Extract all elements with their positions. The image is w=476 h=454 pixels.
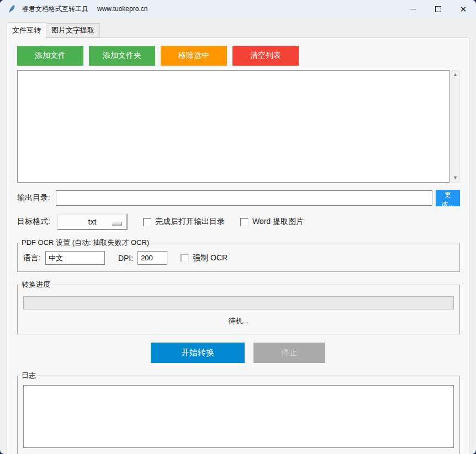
force-ocr-label: 强制 OCR xyxy=(193,253,228,263)
change-dir-button[interactable]: 更改... xyxy=(436,190,460,206)
checkbox-icon xyxy=(143,218,151,226)
file-list-scrollbar[interactable]: ▲ ▼ xyxy=(451,70,460,183)
minimize-button[interactable] xyxy=(400,0,425,18)
word-images-label: Word 提取图片 xyxy=(252,217,304,227)
format-dropdown[interactable]: txt xyxy=(57,213,128,230)
progress-bar xyxy=(23,296,454,309)
maximize-button[interactable] xyxy=(425,0,451,18)
log-legend: 日志 xyxy=(20,371,38,381)
ocr-settings-legend: PDF OCR 设置 (自动: 抽取失败才 OCR) xyxy=(20,238,151,248)
ocr-settings-row: 语言: DPI: 强制 OCR xyxy=(18,248,459,271)
add-folder-button[interactable]: 添加文件夹 xyxy=(89,46,155,66)
file-list-container: ▲ ▼ xyxy=(17,70,460,183)
progress-status-text: 待机... xyxy=(18,316,459,326)
window-title: 睿君文档格式互转工具 xyxy=(22,4,88,14)
scroll-down-icon[interactable]: ▼ xyxy=(453,175,458,180)
maximize-icon xyxy=(435,6,441,12)
open-after-checkbox[interactable]: 完成后打开输出目录 xyxy=(143,217,225,227)
file-listbox[interactable] xyxy=(17,70,449,183)
ocr-settings-group: PDF OCR 设置 (自动: 抽取失败才 OCR) 语言: DPI: 强制 O… xyxy=(17,238,460,272)
start-convert-button[interactable]: 开始转换 xyxy=(151,343,245,363)
close-button[interactable]: ✕ xyxy=(451,0,476,18)
close-icon: ✕ xyxy=(460,5,467,13)
open-after-label: 完成后打开输出目录 xyxy=(155,217,225,227)
ocr-language-input[interactable] xyxy=(45,251,105,265)
tab-pane-file-convert: 添加文件 添加文件夹 移除选中 清空列表 ▲ ▼ 输出目录: 更改... 目标格… xyxy=(7,38,469,454)
tab-file-convert[interactable]: 文件互转 xyxy=(7,22,46,38)
progress-group: 转换进度 待机... xyxy=(17,280,460,334)
minimize-icon xyxy=(410,9,416,9)
tab-strip: 文件互转 图片文字提取 xyxy=(0,18,476,38)
checkbox-icon xyxy=(181,254,189,262)
ocr-dpi-label: DPI: xyxy=(118,254,133,263)
checkbox-icon xyxy=(240,218,248,226)
app-window: 睿君文档格式互转工具 www.tuokepro.cn ✕ 文件互转 图片文字提取… xyxy=(0,0,476,454)
format-selected-value: txt xyxy=(88,217,97,226)
add-files-button[interactable]: 添加文件 xyxy=(17,46,83,66)
word-images-checkbox[interactable]: Word 提取图片 xyxy=(240,217,304,227)
scroll-up-icon[interactable]: ▲ xyxy=(453,72,458,77)
ocr-language-label: 语言: xyxy=(23,253,41,263)
title-bar: 睿君文档格式互转工具 www.tuokepro.cn ✕ xyxy=(0,0,476,18)
output-dir-row: 输出目录: 更改... xyxy=(17,190,460,206)
output-dir-label: 输出目录: xyxy=(17,193,50,203)
app-feather-icon xyxy=(8,4,17,13)
action-buttons-row: 开始转换 停止 xyxy=(7,343,469,363)
log-group: 日志 xyxy=(17,371,460,454)
log-textarea[interactable] xyxy=(23,385,454,448)
tab-image-ocr[interactable]: 图片文字提取 xyxy=(46,23,100,38)
tab-label: 文件互转 xyxy=(12,25,41,35)
file-toolbar: 添加文件 添加文件夹 移除选中 清空列表 xyxy=(17,46,460,66)
clear-list-button[interactable]: 清空列表 xyxy=(232,46,299,66)
format-row: 目标格式: txt 完成后打开输出目录 Word 提取图片 xyxy=(17,213,460,230)
stop-button: 停止 xyxy=(253,343,325,363)
progress-legend: 转换进度 xyxy=(20,280,52,290)
ocr-dpi-input[interactable] xyxy=(137,251,167,265)
output-dir-input[interactable] xyxy=(56,190,432,206)
dropdown-indicator-icon xyxy=(112,222,121,225)
window-subtitle: www.tuokepro.cn xyxy=(97,5,147,13)
tab-label: 图片文字提取 xyxy=(51,25,94,35)
window-controls: ✕ xyxy=(400,0,476,18)
format-label: 目标格式: xyxy=(17,217,50,227)
force-ocr-checkbox[interactable]: 强制 OCR xyxy=(181,253,228,263)
remove-selected-button[interactable]: 移除选中 xyxy=(161,46,227,66)
